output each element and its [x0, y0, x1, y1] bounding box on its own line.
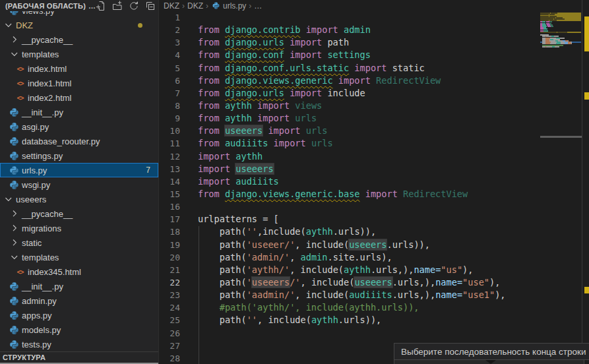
- minimap-line: [546, 46, 552, 47]
- explorer-section-header[interactable]: (РАБОЧАЯ ОБЛАСТЬ) …: [0, 0, 158, 11]
- code-line-12[interactable]: 12import aythh: [159, 150, 540, 163]
- line-content: from django.contrib import admin: [198, 24, 371, 36]
- html-file-icon: <>: [15, 65, 26, 73]
- code-line-23[interactable]: 23 path('aadmin/', include(audiiits.urls…: [159, 289, 540, 301]
- code-area[interactable]: 12from django.contrib import admin3from …: [159, 11, 540, 364]
- line-number: 21: [159, 264, 180, 276]
- code-line-2[interactable]: 2from django.contrib import admin: [159, 24, 540, 36]
- chevron-down-icon: [3, 194, 14, 204]
- tree-item--pycache-[interactable]: __pycache__: [0, 206, 158, 221]
- tree-item-useeers[interactable]: useeers: [0, 192, 158, 206]
- code-line-11[interactable]: 11from audiiits import urls: [159, 137, 540, 150]
- code-line-20[interactable]: 20 path('admin/', admin.site.urls),: [159, 251, 540, 264]
- line-number: 8: [159, 100, 180, 112]
- code-line-10[interactable]: 10from useeers import urls: [159, 125, 540, 137]
- code-line-22[interactable]: 22 path('useeers/', include(useeers.urls…: [159, 276, 540, 289]
- problems-badge: 7: [146, 166, 150, 175]
- code-line-14[interactable]: 14import audiiits: [159, 175, 540, 188]
- tree-item-tests-py[interactable]: tests.py: [0, 337, 158, 351]
- breadcrumb-item[interactable]: …: [254, 1, 262, 11]
- file-name: settings.py: [22, 151, 63, 161]
- minimap[interactable]: [540, 11, 582, 117]
- line-number: 17: [159, 213, 180, 226]
- file-name: migrations: [22, 224, 61, 233]
- code-line-16[interactable]: 16: [159, 200, 540, 213]
- tree-item-apps-py[interactable]: apps.py: [0, 308, 158, 322]
- minimap-line: [555, 46, 559, 47]
- tree-item-templates[interactable]: templates: [0, 47, 158, 61]
- code-line-1[interactable]: 1: [159, 11, 540, 24]
- explorer-actions: [96, 1, 156, 11]
- minimap-slider-edge[interactable]: [540, 136, 582, 138]
- line-number: 15: [159, 188, 180, 200]
- tree-item-wsgi-py[interactable]: wsgi.py: [0, 177, 158, 192]
- tree-item-models-py[interactable]: models.py: [0, 322, 158, 337]
- tree-item-dkz[interactable]: DKZ: [0, 18, 158, 32]
- line-content: from audiiits import urls: [198, 137, 333, 150]
- python-file-icon: [9, 340, 20, 349]
- tree-item-migrations[interactable]: migrations: [0, 221, 158, 235]
- file-name: tests.py: [22, 340, 51, 349]
- code-line-5[interactable]: 5from django.conf.urls.static import sta…: [159, 62, 540, 75]
- tree-item-index1-html[interactable]: <>index1.html: [0, 76, 158, 90]
- code-line-6[interactable]: 6from django.views.generic import Redire…: [159, 75, 540, 87]
- code-line-13[interactable]: 13import useeers: [159, 163, 540, 175]
- line-content: path('',include(aythh.urls)),: [198, 226, 376, 238]
- code-line-24[interactable]: 24 #path('aythh/', include(aythh.urls)),: [159, 301, 540, 314]
- tree-item-database-roouter-py[interactable]: database_roouter.py: [0, 134, 158, 148]
- breadcrumb-separator: ›: [206, 1, 208, 11]
- tree-item-static[interactable]: static: [0, 235, 158, 250]
- ruler-warning-mark: [584, 92, 589, 100]
- tree-item-asgi-py[interactable]: asgi.py: [0, 119, 158, 134]
- new-file-icon[interactable]: [96, 1, 106, 11]
- statusbar-tooltip: Выберите последовательность конца строки: [394, 343, 589, 360]
- tree-item-index345-html[interactable]: <>index345.html: [0, 264, 158, 279]
- tree-item-urls-py[interactable]: urls.py7: [0, 163, 158, 177]
- collapse-all-icon[interactable]: [145, 1, 156, 11]
- tree-item--pycache-[interactable]: __pycache__: [0, 32, 158, 47]
- line-content: import useeers: [198, 163, 274, 175]
- tree-item-templates[interactable]: templates: [0, 250, 158, 264]
- tree-item-settings-py[interactable]: settings.py: [0, 148, 158, 163]
- line-content: from django.conf.urls.static import stat…: [198, 62, 425, 75]
- file-name: apps.py: [22, 311, 52, 320]
- refresh-icon[interactable]: [129, 1, 139, 11]
- code-line-17[interactable]: 17urlpatterns = [: [159, 213, 540, 226]
- chevron-right-icon: [9, 237, 20, 248]
- minimap-line: [561, 32, 567, 33]
- outline-section-header[interactable]: СТРУКТУРА: [0, 351, 158, 363]
- tree-item-admin-py[interactable]: admin.py: [0, 293, 158, 308]
- python-file-icon: [9, 122, 20, 132]
- code-line-9[interactable]: 9from aythh import urls: [159, 112, 540, 125]
- file-name: index1.html: [28, 78, 71, 88]
- tree-item--init-py[interactable]: __init__.py: [0, 279, 158, 293]
- new-folder-icon[interactable]: [112, 1, 123, 11]
- code-line-3[interactable]: 3from django.urls import path: [159, 36, 540, 49]
- breadcrumb-item[interactable]: urls.py: [211, 1, 246, 11]
- code-line-18[interactable]: 18 path('',include(aythh.urls)),: [159, 226, 540, 238]
- file-name: DKZ: [16, 20, 33, 30]
- tree-item--init-py[interactable]: __init__.py: [0, 105, 158, 119]
- code-line-8[interactable]: 8from aythh import views: [159, 100, 540, 112]
- code-line-15[interactable]: 15from django.views.generic.base import …: [159, 188, 540, 200]
- tree-item-index2-html[interactable]: <>index2.html: [0, 90, 158, 105]
- line-number: 18: [159, 226, 180, 238]
- file-name: __init__.py: [22, 282, 63, 291]
- file-name: __pycache__: [22, 209, 73, 219]
- ruler-warning-mark: [584, 16, 589, 51]
- code-line-25[interactable]: 25 path('', include(aythh.urls)),: [159, 314, 540, 326]
- code-line-4[interactable]: 4from django.conf import settings: [159, 49, 540, 61]
- code-line-21[interactable]: 21 path('aythh/', include(aythh.urls,),n…: [159, 264, 540, 276]
- code-line-19[interactable]: 19 path('useeer/', include(useeers.urls)…: [159, 239, 540, 251]
- file-name: database_roouter.py: [22, 136, 100, 146]
- overview-ruler[interactable]: [582, 0, 589, 364]
- python-file-icon: [9, 296, 20, 306]
- code-line-7[interactable]: 7from django.urls import include: [159, 87, 540, 100]
- code-line-26[interactable]: 26: [159, 327, 540, 340]
- breadcrumb-item[interactable]: DKZ: [164, 1, 179, 11]
- tree-item-index-html[interactable]: <>index.html: [0, 61, 158, 76]
- file-name: __init__.py: [22, 107, 63, 117]
- breadcrumb-item[interactable]: DKZ: [187, 1, 203, 11]
- tooltip-text: Выберите последовательность конца строки: [401, 347, 586, 357]
- python-file-icon: [9, 311, 20, 320]
